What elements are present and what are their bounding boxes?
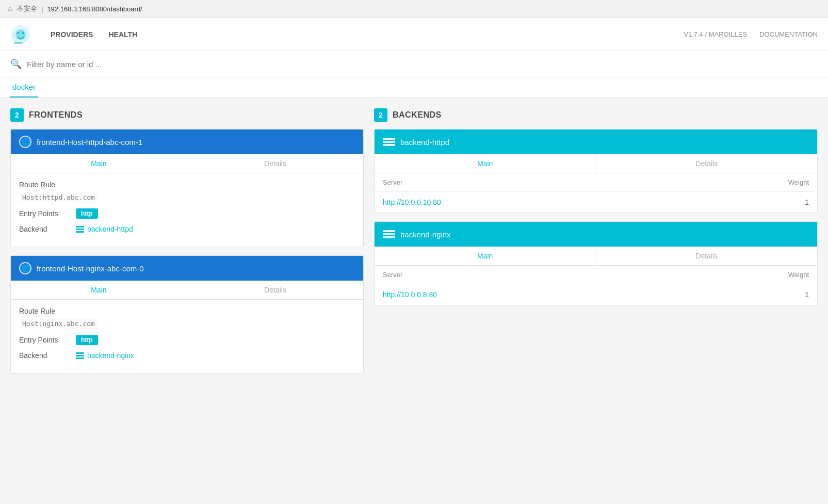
backend-card-2: backend-nginx Main Details Server Weight… [374,221,818,305]
svg-point-2 [17,32,19,34]
backend-label-1: Backend [19,225,76,233]
backends-title: BACKENDS [393,110,442,120]
backends-column: 2 BACKENDS backend-httpd Main Details [374,108,818,382]
backend-2-header[interactable]: backend-nginx [375,222,817,247]
svg-text:traefik: traefik [14,41,24,44]
main-content: 2 FRONTENDS 🌐 frontend-Host-httpd-abc-co… [0,98,828,392]
backend-2-weight-1: 1 [664,284,817,305]
backend-2-tab-details[interactable]: Details [596,247,818,265]
backend-1-server-col: Server [375,173,670,192]
documentation-link[interactable]: DOCUMENTATION [759,30,818,38]
backend-2-name: backend-nginx [400,230,451,239]
backend-2-row-1: http://10.0.0.8:80 1 [375,284,817,305]
nav-links: PROVIDERS HEALTH [51,28,684,41]
frontends-count: 2 [10,108,24,122]
frontend-1-body: Route Rule Host:httpd.abc.com Entry Poin… [11,173,363,247]
backend-link-icon-1 [76,226,84,233]
backends-header: 2 BACKENDS [374,108,818,122]
separator: | [41,5,43,13]
frontend-2-tab-details[interactable]: Details [187,281,363,299]
backend-2-server-url-1[interactable]: http://10.0.0.8:80 [383,290,437,299]
server-icon-2 [383,228,395,240]
frontend-1-tabs: Main Details [11,154,363,173]
search-input[interactable] [27,60,818,69]
frontend-2-tab-main[interactable]: Main [11,281,187,299]
backend-2-tabs: Main Details [375,247,817,266]
top-nav: traefik PROVIDERS HEALTH V1.7.4 / MAROIL… [0,18,828,51]
entry-points-badge-1: http [76,208,98,219]
backend-1-table: Server Weight http://10.0.0.10:80 1 [375,173,817,213]
nav-right: V1.7.4 / MAROILLES DOCUMENTATION [684,30,818,38]
backend-1-weight-1: 1 [670,192,817,213]
route-rule-value-2: Host:nginx.abc.com [19,319,98,329]
backend-2-server-col: Server [375,266,664,284]
backend-label-2: Backend [19,351,76,360]
backend-card-1: backend-httpd Main Details Server Weight… [374,129,818,213]
entry-points-label-1: Entry Points [19,209,76,218]
backend-row-2: Backend backend-nginx [19,351,355,360]
tab-row: docker [0,77,828,98]
entry-points-badge-2: http [76,335,98,345]
lock-icon: ⚠ [7,5,13,12]
route-rule-value-1: Host:httpd.abc.com [19,192,98,202]
frontend-2-header[interactable]: 🌐 frontend-Host-nginx-abc-com-0 [11,256,363,281]
traefik-logo: traefik [10,24,31,45]
backend-1-weight-col: Weight [670,173,817,192]
backends-count: 2 [374,108,387,122]
frontends-title: FRONTENDS [29,110,83,120]
backend-link-1[interactable]: backend-httpd [76,225,133,233]
entry-points-row-2: Entry Points http [19,335,355,345]
frontend-card-2: 🌐 frontend-Host-nginx-abc-com-0 Main Det… [10,255,364,373]
docker-tab[interactable]: docker [10,77,38,97]
backend-row-1: Backend backend-httpd [19,225,355,233]
search-bar: 🔍 [0,51,828,77]
backend-1-header[interactable]: backend-httpd [375,129,817,154]
svg-point-3 [22,32,24,34]
backend-1-server-url-1[interactable]: http://10.0.0.10:80 [383,198,441,206]
backend-1-name: backend-httpd [400,138,449,147]
route-rule-label-1: Route Rule [19,181,355,189]
globe-icon-2: 🌐 [19,262,31,274]
route-rule-label-2: Route Rule [19,307,355,315]
frontend-2-name: frontend-Host-nginx-abc-com-0 [37,264,144,273]
logo-area: traefik [10,24,35,45]
backend-1-tabs: Main Details [375,154,817,173]
frontend-card-1: 🌐 frontend-Host-httpd-abc-com-1 Main Det… [10,129,364,247]
frontend-1-header[interactable]: 🌐 frontend-Host-httpd-abc-com-1 [11,129,363,154]
backend-2-weight-col: Weight [664,266,817,284]
globe-icon-1: 🌐 [19,136,31,148]
entry-points-row-1: Entry Points http [19,208,355,219]
backend-1-row-1: http://10.0.0.10:80 1 [375,192,817,213]
browser-bar: ⚠ 不安全 | 192.168.3.168:8080/dashboard/ [0,0,828,18]
backend-1-tab-main[interactable]: Main [375,154,596,173]
backend-link-2[interactable]: backend-nginx [76,351,134,360]
frontends-header: 2 FRONTENDS [10,108,364,122]
protocol-label: 不安全 [17,4,37,13]
frontend-2-body: Route Rule Host:nginx.abc.com Entry Poin… [11,300,363,373]
server-icon-1 [383,136,395,148]
backend-link-icon-2 [76,352,84,359]
frontend-1-name: frontend-Host-httpd-abc-com-1 [37,138,142,147]
url-bar[interactable]: 192.168.3.168:8080/dashboard/ [47,5,142,13]
entry-points-label-2: Entry Points [19,336,76,344]
frontends-column: 2 FRONTENDS 🌐 frontend-Host-httpd-abc-co… [10,108,364,382]
backend-2-tab-main[interactable]: Main [375,247,596,265]
search-icon: 🔍 [10,58,22,70]
nav-providers[interactable]: PROVIDERS [51,28,93,41]
backend-1-tab-details[interactable]: Details [596,154,818,173]
frontend-1-tab-main[interactable]: Main [11,154,187,173]
nav-health[interactable]: HEALTH [108,28,137,41]
version-label: V1.7.4 / MAROILLES [684,30,747,38]
frontend-2-tabs: Main Details [11,281,363,300]
frontend-1-tab-details[interactable]: Details [187,154,363,173]
backend-2-table: Server Weight http://10.0.0.8:80 1 [375,266,817,305]
